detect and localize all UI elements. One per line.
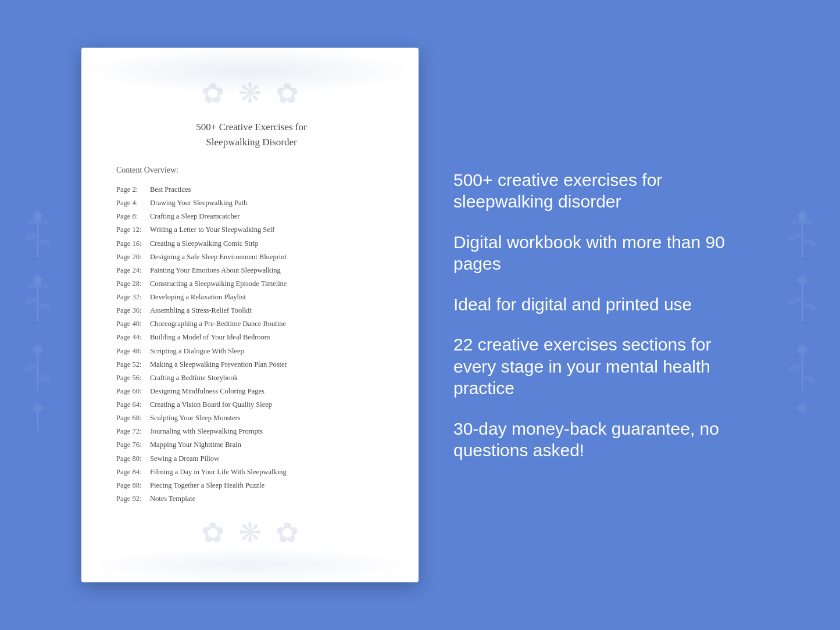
- mandala-decoration-top: ✿ ❋ ✿: [116, 77, 387, 109]
- toc-item: Page 56:Crafting a Bedtime Storybook: [116, 371, 387, 385]
- toc-item: Page 12:Writing a Letter to Your Sleepwa…: [116, 223, 387, 237]
- toc-item: Page 4:Drawing Your Sleepwalking Path: [116, 196, 387, 210]
- svg-point-12: [23, 295, 38, 306]
- svg-point-25: [788, 231, 803, 242]
- svg-point-10: [38, 284, 49, 288]
- toc-item: Page 32:Developing a Relaxation Playlist: [116, 291, 387, 304]
- svg-point-29: [788, 295, 803, 306]
- marketing-point-3: Ideal for digital and printed use: [453, 293, 759, 316]
- floral-border-left: [0, 0, 76, 630]
- svg-point-16: [23, 362, 38, 373]
- toc-item: Page 60:Designing Mindfulness Coloring P…: [116, 385, 387, 398]
- svg-point-18: [33, 403, 42, 413]
- toc-item: Page 72:Journaling with Sleepwalking Pro…: [116, 425, 387, 438]
- marketing-point-2: Digital workbook with more than 90 pages: [453, 231, 759, 275]
- main-content: ✿ ❋ ✿ 500+ Creative Exercises for Sleepw…: [0, 0, 840, 630]
- toc-item: Page 2:Best Practices: [116, 183, 387, 196]
- svg-point-17: [37, 374, 52, 384]
- toc-item: Page 16:Creating a Sleepwalking Comic St…: [116, 237, 387, 250]
- marketing-point-4: 22 creative exercises sections for every…: [453, 334, 759, 399]
- floral-border-right: [764, 0, 840, 630]
- svg-point-9: [26, 284, 38, 288]
- toc-item: Page 24:Painting Your Emotions About Sle…: [116, 264, 387, 277]
- svg-point-33: [788, 362, 803, 373]
- svg-point-30: [802, 301, 817, 312]
- toc-item: Page 80:Sewing a Dream Pillow: [116, 452, 387, 466]
- marketing-point-1: 500+ creative exercises for sleepwalking…: [453, 169, 759, 213]
- marketing-panel: 500+ creative exercises for sleepwalking…: [453, 146, 759, 485]
- svg-point-31: [798, 345, 807, 355]
- content-overview-label: Content Overview:: [116, 166, 387, 175]
- svg-point-34: [802, 374, 817, 384]
- toc-item: Page 64:Creating a Vision Board for Qual…: [116, 398, 387, 411]
- document-panel: ✿ ❋ ✿ 500+ Creative Exercises for Sleepw…: [81, 48, 419, 582]
- svg-point-35: [798, 403, 807, 413]
- toc-item: Page 28:Constructing a Sleepwalking Epis…: [116, 277, 387, 291]
- svg-point-2: [26, 220, 38, 224]
- toc-item: Page 84:Filming a Day in Your Life With …: [116, 466, 387, 479]
- toc-item: Page 8:Crafting a Sleep Dreamcatcher: [116, 210, 387, 223]
- mandala-decoration-bottom: ✿ ❋ ✿: [116, 516, 387, 549]
- svg-point-23: [802, 220, 814, 224]
- toc-item: Page 68:Sculpting Your Sleep Monsters: [116, 411, 387, 425]
- toc-item: Page 40:Choreographing a Pre-Bedtime Dan…: [116, 317, 387, 331]
- toc-item: Page 88:Piecing Together a Sleep Health …: [116, 479, 387, 492]
- svg-point-3: [38, 220, 49, 224]
- toc-item: Page 48:Scripting a Dialogue With Sleep: [116, 345, 387, 358]
- table-of-contents: Page 2:Best PracticesPage 4:Drawing Your…: [116, 183, 387, 506]
- svg-point-27: [798, 275, 807, 285]
- toc-item: Page 44:Building a Model of Your Ideal B…: [116, 331, 387, 344]
- svg-point-5: [23, 231, 38, 242]
- document-title: 500+ Creative Exercises for Sleepwalking…: [116, 120, 387, 149]
- toc-item: Page 20:Designing a Safe Sleep Environme…: [116, 250, 387, 264]
- svg-point-26: [802, 237, 817, 248]
- svg-point-22: [791, 220, 802, 224]
- toc-item: Page 36:Assembling a Stress-Relief Toolk…: [116, 304, 387, 317]
- svg-point-13: [37, 301, 52, 312]
- toc-item: Page 76:Mapping Your Nighttime Brain: [116, 438, 387, 452]
- svg-point-6: [37, 237, 52, 248]
- marketing-point-5: 30-day money-back guarantee, no question…: [453, 418, 759, 461]
- svg-point-14: [33, 345, 42, 355]
- toc-item: Page 92:Notes Template: [116, 492, 387, 506]
- toc-item: Page 52:Making a Sleepwalking Prevention…: [116, 358, 387, 371]
